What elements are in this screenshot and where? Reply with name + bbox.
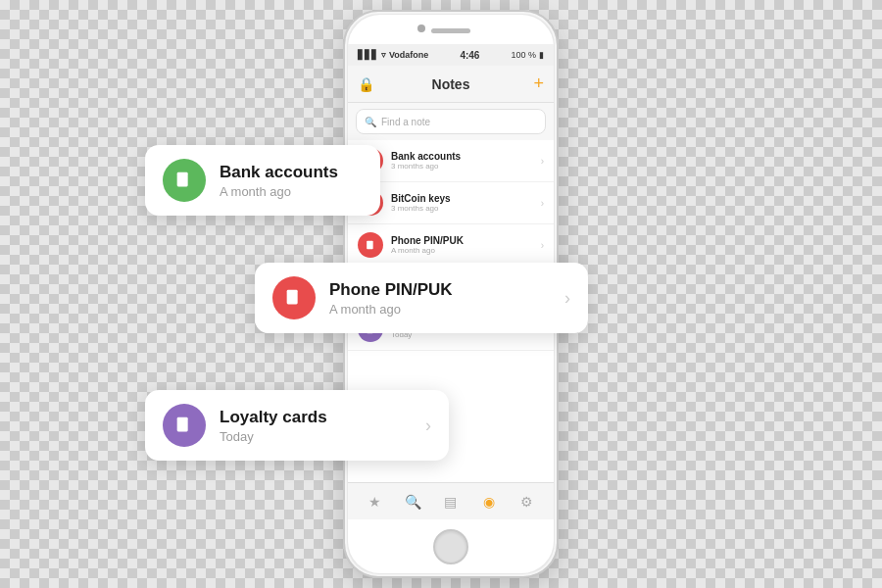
note-title: BitCoin keys <box>391 193 533 204</box>
battery-icon: ▮ <box>539 50 544 60</box>
loyalty-cards-card-subtitle: Today <box>220 429 412 444</box>
svg-rect-7 <box>289 299 293 300</box>
phone-pin-card-text: Phone PIN/PUK A month ago <box>329 280 551 317</box>
note-title: Bank accounts <box>391 151 533 162</box>
wifi-icon: ▿ <box>381 50 386 60</box>
note-text: Phone PIN/PUKA month ago <box>391 235 533 255</box>
add-note-button[interactable]: + <box>533 74 544 94</box>
svg-rect-2 <box>179 178 185 179</box>
svg-rect-21 <box>368 242 370 243</box>
note-text: BitCoin keys3 months ago <box>391 193 533 213</box>
bank-accounts-card-title: Bank accounts <box>220 163 363 182</box>
settings-tab[interactable]: ⚙ <box>515 490 539 514</box>
speaker <box>431 28 470 33</box>
note-icon-svg3 <box>173 415 195 436</box>
svg-rect-11 <box>179 426 183 427</box>
power-button <box>557 129 559 178</box>
svg-rect-23 <box>368 246 369 247</box>
battery-text: 100 % <box>511 50 536 60</box>
note-date: 3 months ago <box>391 162 533 171</box>
phone-pin-card-icon <box>272 276 316 319</box>
bank-accounts-card-icon <box>163 159 206 202</box>
status-bar: ▋▋▋ ▿ Vodafone 4:46 100 % ▮ <box>348 44 554 66</box>
nav-bar: 🔒 Notes + <box>348 66 554 103</box>
svg-rect-1 <box>179 175 185 176</box>
svg-rect-10 <box>179 423 185 424</box>
note-chevron: › <box>541 156 544 167</box>
favorites-tab[interactable]: ★ <box>363 490 386 514</box>
lock-icon: 🔒 <box>358 76 374 92</box>
svg-rect-9 <box>179 420 185 421</box>
notes-tab[interactable]: ◉ <box>477 490 501 514</box>
bank-accounts-card-subtitle: A month ago <box>220 184 363 199</box>
svg-rect-5 <box>289 293 295 294</box>
note-title: Phone PIN/PUK <box>391 235 533 246</box>
note-icon-inner <box>365 239 377 252</box>
status-carrier: ▋▋▋ ▿ Vodafone <box>358 50 428 60</box>
search-tab[interactable]: 🔍 <box>401 490 424 514</box>
svg-rect-22 <box>368 244 370 245</box>
note-icon-svg <box>173 170 195 191</box>
note-icon <box>358 232 383 258</box>
note-chevron: › <box>541 240 544 251</box>
bottom-bar: ★ 🔍 ▤ ◉ ⚙ <box>348 482 554 519</box>
signal-bars: ▋▋▋ <box>358 50 378 60</box>
search-bar[interactable]: 🔍 Find a note <box>356 109 546 134</box>
note-text: Bank accounts3 months ago <box>391 151 533 171</box>
bank-accounts-card[interactable]: Bank accounts A month ago <box>145 145 380 216</box>
loyalty-cards-card[interactable]: Loyalty cards Today › <box>145 390 449 461</box>
phone-pin-card-subtitle: A month ago <box>329 302 551 317</box>
loyalty-cards-card-icon <box>163 404 206 447</box>
status-time: 4:46 <box>460 50 479 61</box>
phone-pin-card-title: Phone PIN/PUK <box>329 280 551 300</box>
note-icon-svg2 <box>283 287 305 309</box>
svg-rect-3 <box>179 181 183 182</box>
loyalty-cards-card-title: Loyalty cards <box>220 408 412 427</box>
front-camera <box>417 24 425 32</box>
mute-button <box>343 105 345 132</box>
note-item[interactable]: Phone PIN/PUKA month ago› <box>348 224 554 267</box>
carrier-name: Vodafone <box>389 50 428 60</box>
nav-title: Notes <box>432 76 470 92</box>
svg-rect-6 <box>289 296 295 297</box>
home-button[interactable] <box>433 529 468 564</box>
note-date: A month ago <box>391 246 533 255</box>
loyalty-cards-card-text: Loyalty cards Today <box>220 408 412 444</box>
phone-pin-card[interactable]: Phone PIN/PUK A month ago › <box>255 263 588 333</box>
phone-pin-chevron: › <box>564 288 570 309</box>
albums-tab[interactable]: ▤ <box>439 490 463 514</box>
note-chevron: › <box>541 198 544 209</box>
status-battery: 100 % ▮ <box>511 50 544 60</box>
loyalty-cards-chevron: › <box>425 416 431 436</box>
search-placeholder: Find a note <box>381 117 430 127</box>
bank-accounts-card-text: Bank accounts A month ago <box>220 163 363 199</box>
note-date: 3 months ago <box>391 204 533 213</box>
search-icon: 🔍 <box>365 117 376 127</box>
